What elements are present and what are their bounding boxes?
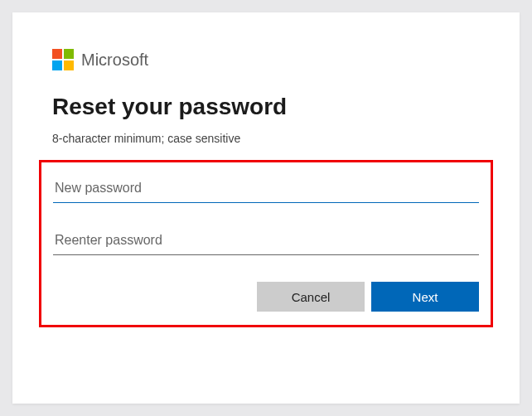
reset-password-card: Microsoft Reset your password 8-characte… — [12, 12, 520, 404]
form-highlight-box: Cancel Next — [39, 160, 493, 327]
reenter-password-input[interactable] — [53, 226, 479, 255]
action-row: Cancel Next — [53, 282, 479, 312]
brand-name: Microsoft — [81, 51, 148, 70]
page-title: Reset your password — [52, 94, 480, 120]
microsoft-logo-icon — [52, 49, 74, 70]
cancel-button[interactable]: Cancel — [257, 282, 365, 312]
new-password-input[interactable] — [53, 174, 479, 203]
next-button[interactable]: Next — [371, 282, 479, 312]
brand-row: Microsoft — [52, 49, 480, 70]
password-hint: 8-character minimum; case sensitive — [52, 132, 480, 145]
